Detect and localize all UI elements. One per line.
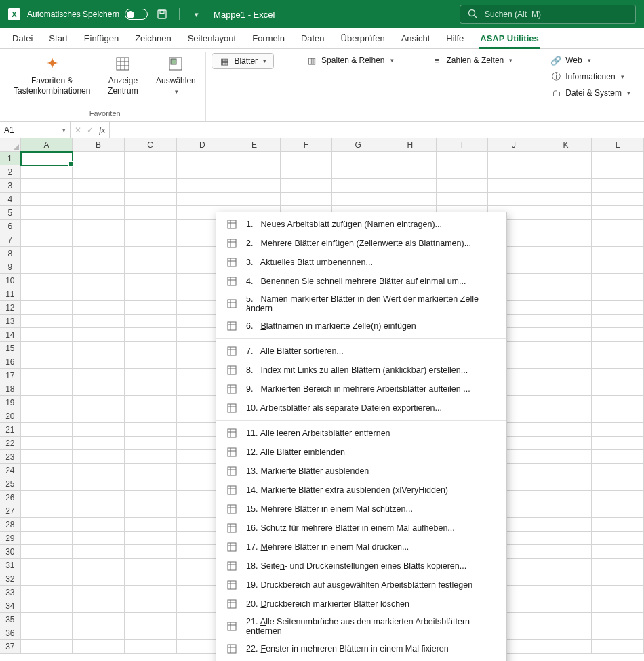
row-header[interactable]: 1 [0, 152, 21, 165]
cell[interactable] [592, 247, 644, 260]
column-header[interactable]: H [384, 138, 437, 152]
cell[interactable] [488, 179, 540, 193]
menu-item-9[interactable]: 9. Markierten Bereich in mehrere Arbeits… [216, 380, 506, 399]
row-header[interactable]: 25 [0, 477, 21, 491]
cell[interactable] [592, 599, 644, 613]
cell[interactable] [384, 179, 437, 193]
cell[interactable] [592, 165, 644, 179]
fx-button[interactable]: fx [99, 125, 105, 136]
cell[interactable] [21, 260, 73, 274]
tab-daten[interactable]: Daten [294, 29, 331, 48]
cell[interactable] [540, 301, 592, 315]
row-header[interactable]: 10 [0, 274, 21, 287]
spalten-dropdown[interactable]: ▥ Spalten & Reihen ▾ [301, 53, 399, 68]
cell[interactable] [592, 504, 644, 518]
cell[interactable] [125, 545, 177, 559]
menu-item-5[interactable]: 5. Namen markierter Blätter in den Wert … [216, 291, 506, 317]
cell[interactable] [73, 220, 125, 233]
menu-item-19[interactable]: 19. Druckbereich auf ausgewählten Arbeit… [216, 576, 506, 595]
cell[interactable] [592, 179, 644, 193]
tab-asap-utilities[interactable]: ASAP Utilities [473, 29, 545, 48]
name-box[interactable]: A1 ▾ [0, 122, 71, 138]
cell[interactable] [592, 233, 644, 247]
column-header[interactable]: C [125, 138, 177, 152]
cell[interactable] [73, 423, 125, 437]
cell[interactable] [73, 193, 125, 206]
cell[interactable] [540, 613, 592, 626]
cell[interactable] [540, 450, 592, 464]
cell[interactable] [21, 301, 73, 315]
datei-dropdown[interactable]: 🗀 Datei & System ▾ [545, 85, 636, 100]
row-header[interactable]: 34 [0, 599, 21, 613]
cell[interactable] [73, 613, 125, 626]
cell[interactable] [228, 179, 281, 193]
cell[interactable] [73, 233, 125, 247]
row-header[interactable]: 14 [0, 328, 21, 342]
cell[interactable] [540, 423, 592, 437]
cell[interactable] [437, 193, 489, 206]
row-header[interactable]: 37 [0, 640, 21, 654]
cell[interactable] [540, 504, 592, 518]
cell[interactable] [21, 409, 73, 423]
cell[interactable] [592, 518, 644, 532]
cell[interactable] [540, 274, 592, 287]
cell[interactable] [592, 152, 644, 165]
cell[interactable] [73, 504, 125, 518]
cell[interactable] [332, 193, 384, 206]
qat-customize-button[interactable]: ▾ [189, 7, 204, 22]
menu-item-13[interactable]: 13. Markierte Blätter ausblenden [216, 462, 506, 481]
cell[interactable] [73, 260, 125, 274]
menu-item-12[interactable]: 12. Alle Blätter einblenden [216, 443, 506, 462]
web-dropdown[interactable]: 🔗 Web ▾ [545, 53, 636, 68]
cell[interactable] [540, 193, 592, 206]
cell[interactable] [21, 464, 73, 477]
cell[interactable] [73, 396, 125, 409]
cell[interactable] [592, 545, 644, 559]
cell[interactable] [73, 342, 125, 355]
cell[interactable] [21, 640, 73, 654]
cell[interactable] [73, 165, 125, 179]
cell[interactable] [592, 532, 644, 545]
cell[interactable] [540, 165, 592, 179]
cell[interactable] [73, 640, 125, 654]
cell[interactable] [592, 315, 644, 328]
cell[interactable] [540, 572, 592, 586]
cell[interactable] [21, 518, 73, 532]
row-header[interactable]: 2 [0, 165, 21, 179]
cell[interactable] [592, 477, 644, 491]
row-header[interactable]: 33 [0, 586, 21, 599]
cell[interactable] [592, 423, 644, 437]
cell[interactable] [73, 247, 125, 260]
menu-item-15[interactable]: 15. Mehrere Blätter in einem Mal schütze… [216, 500, 506, 519]
anzeige-zentrum-button[interactable]: Anzeige Zentrum [98, 52, 147, 99]
cell[interactable] [125, 206, 177, 220]
menu-item-18[interactable]: 18. Seiten- und Druckeinstellungen eines… [216, 557, 506, 576]
cell[interactable] [21, 369, 73, 382]
menu-item-10[interactable]: 10. Arbeitsblätter als separate Dateien … [216, 399, 506, 418]
menu-item-20[interactable]: 20. Druckbereich markierter Blätter lösc… [216, 595, 506, 614]
cell[interactable] [592, 559, 644, 572]
cell[interactable] [228, 165, 281, 179]
menu-item-14[interactable]: 14. Markierte Blätter extra ausblenden (… [216, 481, 506, 500]
cell[interactable] [332, 165, 384, 179]
cell[interactable] [21, 355, 73, 369]
cell[interactable] [125, 301, 177, 315]
cell[interactable] [125, 179, 177, 193]
cell[interactable] [73, 477, 125, 491]
cell[interactable] [73, 287, 125, 301]
column-header[interactable]: B [73, 138, 125, 152]
cell[interactable] [73, 532, 125, 545]
cell[interactable] [21, 206, 73, 220]
cell[interactable] [73, 491, 125, 504]
cell[interactable] [21, 315, 73, 328]
cell[interactable] [21, 599, 73, 613]
cell[interactable] [540, 518, 592, 532]
cell[interactable] [21, 233, 73, 247]
cell[interactable] [73, 626, 125, 640]
cell[interactable] [73, 328, 125, 342]
cell[interactable] [125, 450, 177, 464]
cell[interactable] [125, 193, 177, 206]
tab-datei[interactable]: Datei [5, 29, 39, 48]
column-header[interactable]: G [332, 138, 384, 152]
cell[interactable] [488, 165, 540, 179]
